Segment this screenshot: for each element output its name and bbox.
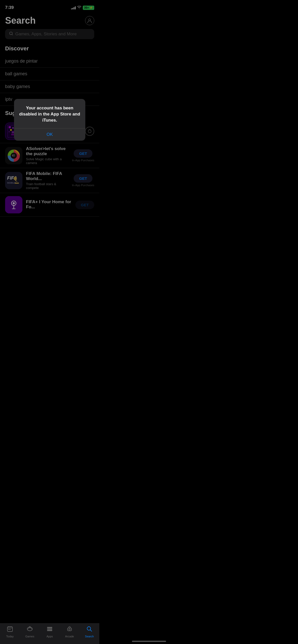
modal-body: Your account has been disabled in the Ap… <box>14 99 85 128</box>
modal-ok-button[interactable]: OK <box>14 128 85 141</box>
modal-message: Your account has been disabled in the Ap… <box>19 105 80 123</box>
modal-overlay: Your account has been disabled in the Ap… <box>0 0 99 240</box>
modal-actions: OK <box>14 128 85 141</box>
account-disabled-modal: Your account has been disabled in the Ap… <box>14 99 85 141</box>
